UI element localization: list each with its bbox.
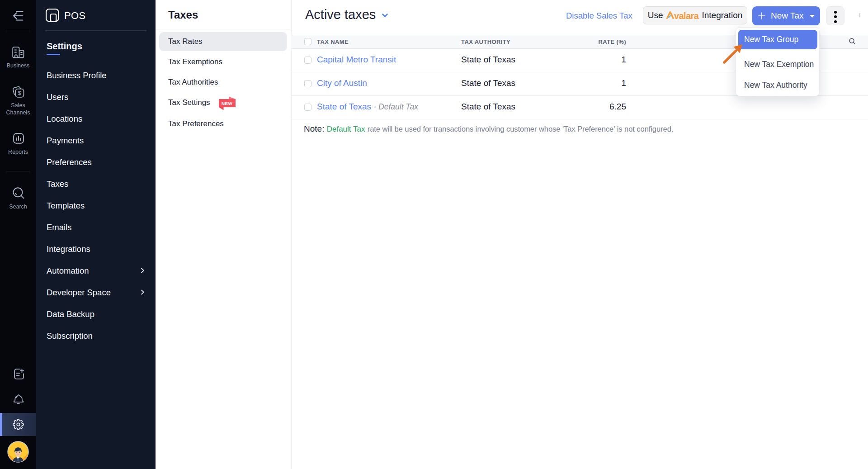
svg-text:$: $ (18, 90, 22, 96)
svg-text:NEW: NEW (222, 101, 232, 106)
svg-text:valara: valara (674, 11, 699, 21)
